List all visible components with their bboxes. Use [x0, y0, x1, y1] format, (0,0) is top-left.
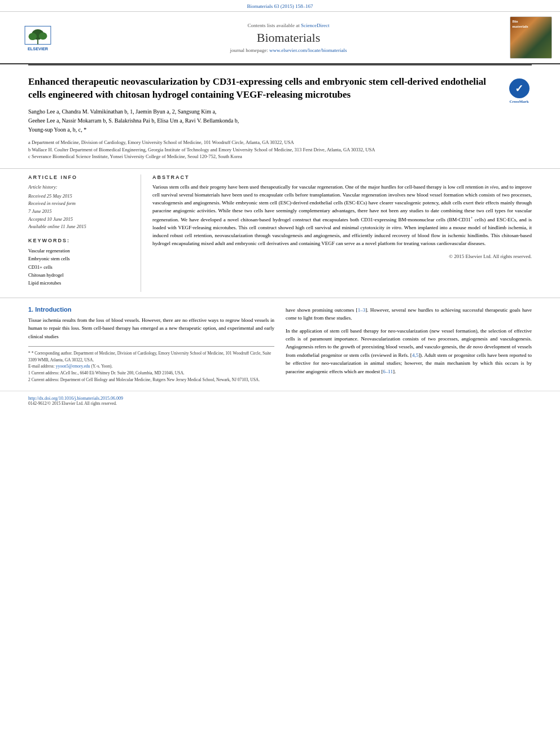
introduction-left: 1. Introduction Tissue ischemia results …	[28, 306, 274, 383]
bottom-copyright: 0142-9612/© 2015 Elsevier Ltd. All right…	[28, 401, 117, 406]
keyword-2: Embryonic stem cells	[28, 255, 129, 263]
ref-6-11-link[interactable]: 6–11	[383, 369, 393, 374]
svg-point-5	[39, 32, 47, 40]
authors: Sangho Lee a, Chandra M. Valmikinathan b…	[28, 107, 498, 134]
journal-header: ELSEVIER Contents lists available at Sci…	[0, 12, 560, 64]
abstract-column: ABSTRACT Various stem cells and their pr…	[141, 174, 532, 292]
intro-heading: 1. Introduction	[28, 306, 274, 313]
email-line: E-mail address: yyoon5@emory.edu (Y.-s. …	[28, 363, 274, 370]
ref-1-3-link[interactable]: 1–3	[358, 307, 366, 313]
abstract-copyright: © 2015 Elsevier Ltd. All rights reserved…	[152, 254, 532, 259]
footnotes: * * Corresponding author. Department of …	[28, 346, 274, 383]
crossmark-badge[interactable]: ✓ CrossMark	[506, 78, 532, 104]
keyword-3: CD31+ cells	[28, 263, 129, 271]
article-info-abstract: ARTICLE INFO Article history: Received 2…	[0, 169, 560, 298]
footnote-2: 2 Current address: Department of Cell Bi…	[28, 377, 274, 383]
journal-info: Contents lists available at ScienceDirec…	[75, 16, 502, 59]
cover-text: Biomaterials	[513, 19, 528, 29]
crossmark-label: CrossMark	[509, 99, 528, 104]
abstract-body: Various stem cells and their progeny hav…	[152, 184, 532, 248]
article-title-content: Enhanced therapeutic neovascularization …	[28, 76, 498, 163]
intro-para3: In the application of stem cell based th…	[286, 327, 532, 375]
citation-text: Biomaterials 63 (2015) 158–167	[247, 3, 313, 9]
keyword-1: Vascular regeneration	[28, 247, 129, 255]
affiliations: a Department of Medicine, Division of Ca…	[28, 139, 498, 160]
article-title-section: Enhanced therapeutic neovascularization …	[0, 65, 560, 169]
elsevier-logo: ELSEVIER	[12, 22, 63, 53]
introduction-section: 1. Introduction Tissue ischemia results …	[0, 298, 560, 391]
doi-link[interactable]: http://dx.doi.org/10.1016/j.biomaterials…	[28, 396, 123, 401]
intro-para1: Tissue ischemia results from the loss of…	[28, 316, 274, 340]
citation-bar: Biomaterials 63 (2015) 158–167	[0, 0, 560, 12]
article-info-column: ARTICLE INFO Article history: Received 2…	[28, 174, 141, 292]
intro-para2: have shown promising outcomes [1–3]. How…	[286, 306, 532, 322]
introduction-right: have shown promising outcomes [1–3]. How…	[286, 306, 532, 383]
keyword-4: Chitosan hydrogel	[28, 271, 129, 279]
journal-cover-image: Biomaterials	[510, 16, 552, 59]
corresponding-author: * * Corresponding author. Department of …	[28, 350, 274, 363]
journal-title: Biomaterials	[257, 30, 320, 45]
journal-thumbnail: Biomaterials	[508, 16, 553, 59]
article-history: Article history: Received 25 May 2015 Re…	[28, 184, 129, 231]
homepage-link[interactable]: www.elsevier.com/locate/biomaterials	[269, 47, 347, 53]
svg-text:ELSEVIER: ELSEVIER	[28, 46, 49, 51]
logo-area: ELSEVIER	[7, 16, 69, 59]
keyword-5: Lipid microtubes	[28, 279, 129, 287]
keywords-section: Keywords: Vascular regeneration Embryoni…	[28, 238, 129, 287]
footnote-1: 1 Current address: ACell Inc., 6640 Eli …	[28, 370, 274, 377]
doi-section: http://dx.doi.org/10.1016/j.biomaterials…	[0, 391, 560, 408]
science-direct-label: Contents lists available at ScienceDirec…	[248, 23, 330, 28]
science-direct-link[interactable]: ScienceDirect	[301, 23, 329, 28]
abstract-heading: ABSTRACT	[152, 174, 532, 180]
article-title: Enhanced therapeutic neovascularization …	[28, 76, 498, 102]
journal-homepage: journal homepage: www.elsevier.com/locat…	[230, 47, 347, 53]
article-info-heading: ARTICLE INFO	[28, 174, 129, 180]
svg-point-4	[29, 33, 37, 40]
ref-4-5-link[interactable]: 4,5	[412, 352, 418, 358]
email-link[interactable]: yyoon5@emory.edu	[56, 364, 90, 369]
keywords-heading: Keywords:	[28, 238, 129, 243]
crossmark-icon: ✓	[509, 78, 530, 98]
